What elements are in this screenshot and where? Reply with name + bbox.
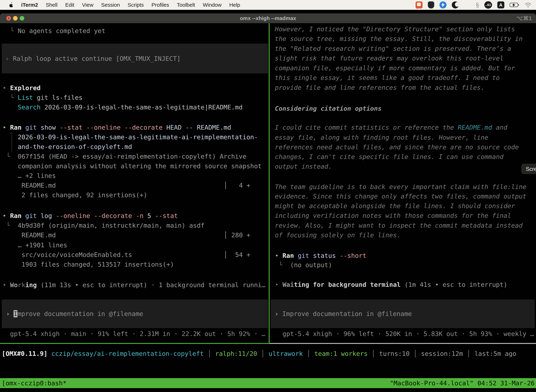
menu-item-shell[interactable]: Shell — [46, 2, 57, 8]
tmux-host-clock-label: "MacBook-Pro-44.local" 04:52 31-Mar-26 — [390, 378, 536, 388]
terminal: └ No agents completed yet› Ralph loop ac… — [0, 23, 536, 392]
blue-badge-bolt-icon[interactable] — [440, 1, 446, 9]
squiggle-icon[interactable]: § — [476, 1, 479, 9]
gauge-61-icon[interactable]: ..61 — [484, 1, 492, 9]
menu-item-iterm2[interactable]: iTerm2 — [21, 2, 38, 8]
right-pane-bottom-border — [270, 343, 536, 344]
window-shortcut-badge: ⌥⌘1 — [517, 13, 532, 23]
menu-item-help[interactable]: Help — [229, 2, 240, 8]
menu-item-profiles[interactable]: Profiles — [151, 2, 169, 8]
menu-bar: iTerm2ShellEditViewSessionScriptsProfile… — [0, 0, 536, 10]
shield-grid-icon[interactable] — [428, 1, 434, 9]
menu-item-edit[interactable]: Edit — [65, 2, 74, 8]
grid-dots-icon[interactable] — [464, 2, 471, 8]
omx-status-line: [OMX#0.11.9] cczip/essay/ai-reimplementa… — [2, 349, 535, 359]
tmux-session-window-label: [omx-cczip0:bash* — [0, 378, 67, 388]
menu-item-session[interactable]: Session — [101, 2, 120, 8]
menu-item-toolbelt[interactable]: Toolbelt — [177, 2, 195, 8]
apple-icon[interactable] — [9, 2, 13, 8]
keyboard-layout-a-icon[interactable]: A — [497, 1, 504, 9]
window-title-bar: omx --xhigh --madmax ⌥⌘1 — [0, 13, 536, 23]
menu-bar-status-icons: § ..61 A — [416, 1, 536, 9]
omx-status-area: [OMX#0.11.9] cczip/essay/ai-reimplementa… — [2, 23, 535, 392]
chat-app-icon[interactable] — [416, 1, 423, 9]
menu-item-window[interactable]: Window — [203, 2, 222, 8]
dark-mode-moon-icon[interactable] — [452, 1, 459, 9]
battery-charging-icon[interactable] — [510, 2, 519, 7]
menu-bar-menus: iTerm2ShellEditViewSessionScriptsProfile… — [0, 2, 240, 8]
menu-item-view[interactable]: View — [82, 2, 93, 8]
tmux-status-bar: [omx-cczip0:bash* "MacBook-Pro-44.local"… — [0, 378, 536, 388]
screenshot-tooltip[interactable]: Scre — [522, 164, 536, 174]
wifi-icon[interactable] — [525, 2, 531, 8]
left-pane-bottom-border — [0, 343, 270, 344]
pane-divider[interactable] — [269, 23, 270, 344]
window-title: omx --xhigh --madmax — [0, 13, 536, 23]
menu-item-scripts[interactable]: Scripts — [128, 2, 144, 8]
